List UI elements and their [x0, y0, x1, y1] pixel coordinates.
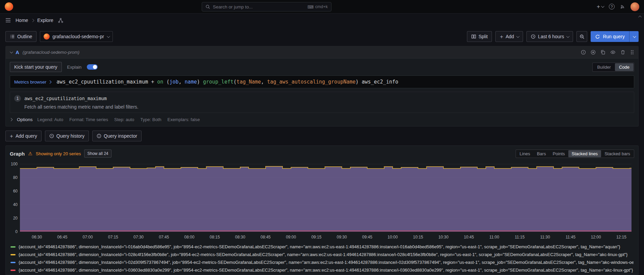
split-view-icon	[471, 34, 476, 39]
svg-text:09:15: 09:15	[311, 235, 321, 239]
explore-content: A (grafanacloud-sedemo-prom)	[0, 46, 644, 275]
query-inspector-button[interactable]: Query inspector	[92, 131, 142, 141]
explain-card: 1 aws_ec2_cpuutilization_maximum Fetch a…	[10, 92, 634, 113]
svg-text:11:00: 11:00	[489, 235, 499, 239]
graph-svg[interactable]: 02040608010006:3006:4507:0007:1507:3007:…	[10, 160, 634, 241]
plus-icon: +	[500, 34, 503, 40]
svg-text:11:15: 11:15	[515, 235, 525, 239]
outline-button[interactable]: Outline	[5, 31, 36, 42]
query-field[interactable]: Metrics browser aws_ec2_cpuutilization_m…	[10, 75, 634, 88]
run-query-options-button[interactable]	[629, 31, 639, 42]
svg-text:09:30: 09:30	[337, 235, 347, 239]
disable-query-icon[interactable]	[591, 50, 596, 55]
history-icon	[49, 134, 54, 138]
editor-mode-code[interactable]: Code	[615, 63, 634, 71]
series-label: {account_id="494614287886", dimension_In…	[19, 252, 627, 257]
hide-response-icon[interactable]	[610, 50, 616, 55]
kick-start-button[interactable]: Kick start your query	[10, 62, 62, 72]
svg-text:80: 80	[13, 175, 18, 180]
query-expression[interactable]: aws_ec2_cpuutilization_maximum + on (job…	[56, 79, 630, 85]
share-shortcut-button[interactable]	[58, 18, 63, 23]
user-avatar[interactable]	[630, 2, 639, 11]
split-button[interactable]: Split	[467, 31, 492, 42]
series-label: {account_id="494614287886", dimension_In…	[19, 268, 633, 273]
expr-token: tag_aws_autoscaling_groupName	[267, 79, 355, 85]
graph-panel: Graph ⚠ Showing only 20 series Show all …	[5, 145, 639, 275]
graph-canvas[interactable]: 02040608010006:3006:4507:0007:1507:3007:…	[10, 160, 634, 242]
explain-step-number: 1	[14, 95, 21, 102]
option-summary-item: Step: auto	[114, 117, 134, 122]
kick-start-label: Kick start your query	[14, 64, 57, 70]
info-icon[interactable]	[581, 50, 586, 55]
expr-token: )	[355, 79, 362, 85]
svg-text:08:30: 08:30	[235, 235, 245, 239]
query-editor-panel: A (grafanacloud-sedemo-prom)	[5, 46, 639, 127]
time-range-picker[interactable]: Last 6 hours	[526, 31, 573, 42]
mode-stacked-lines[interactable]: Stacked lines	[568, 150, 601, 157]
remove-query-icon[interactable]	[620, 50, 625, 55]
show-all-series-button[interactable]: Show all 24	[84, 150, 111, 158]
new-menu-button[interactable]: +	[597, 4, 603, 9]
run-query-label: Run query	[603, 34, 625, 39]
search-input[interactable]: Search or jump to... ⌨ cmd+k	[202, 2, 331, 12]
time-range-label: Last 6 hours	[538, 34, 564, 39]
collapse-query-icon[interactable]	[10, 50, 13, 53]
legend-item[interactable]: {account_id="494614287886", dimension_In…	[10, 251, 634, 258]
mode-stacked-bars[interactable]: Stacked bars	[601, 150, 634, 157]
grafana-logo-icon[interactable]	[5, 2, 13, 11]
mode-bars[interactable]: Bars	[534, 150, 549, 157]
option-summary-item: Exemplars: false	[167, 117, 200, 122]
series-color-marker	[10, 246, 16, 248]
breadcrumb-explore[interactable]: Explore	[37, 18, 53, 23]
news-button[interactable]	[620, 4, 625, 9]
add-button[interactable]: + Add	[495, 31, 523, 42]
legend-item[interactable]: {account_id="494614287886", dimension_In…	[10, 258, 634, 266]
run-query-button[interactable]: Run query	[591, 31, 629, 42]
option-summary-item: Legend: Auto	[38, 117, 64, 122]
editor-mode-builder[interactable]: Builder	[593, 63, 615, 71]
add-query-button[interactable]: + Add query	[5, 131, 42, 141]
query-header-actions	[581, 50, 634, 55]
editor-mode-group: Builder Code	[592, 63, 634, 72]
expr-token: aws_ec2_cpuutilization_maximum	[56, 79, 151, 85]
expr-token: )	[197, 79, 203, 85]
help-button[interactable]: ?	[609, 4, 615, 9]
mode-points[interactable]: Points	[549, 150, 568, 157]
hamburger-icon	[5, 18, 11, 23]
query-options-row[interactable]: Options Legend: AutoFormat: Time seriesS…	[10, 116, 634, 122]
chevron-down-icon	[633, 35, 636, 38]
clock-icon	[531, 34, 536, 39]
menu-toggle-button[interactable]	[5, 18, 11, 23]
expr-token: +	[151, 79, 157, 85]
graph-title: Graph	[10, 151, 25, 157]
query-row-header[interactable]: A (grafanacloud-sedemo-prom)	[6, 46, 638, 59]
series-label: {account_id="494614287886", dimension_In…	[19, 260, 634, 265]
explain-toggle[interactable]	[87, 64, 98, 70]
svg-text:08:15: 08:15	[210, 235, 220, 239]
legend-item[interactable]: {account_id="494614287886", dimension_In…	[10, 266, 634, 274]
metrics-browser-label: Metrics browser	[14, 79, 46, 85]
legend-item[interactable]: {account_id="494614287886", dimension_In…	[10, 243, 634, 251]
zoom-out-button[interactable]	[576, 31, 587, 42]
run-query-split-button: Run query	[591, 31, 639, 42]
svg-text:10:30: 10:30	[438, 235, 448, 239]
topnav-actions: + ?	[597, 2, 639, 11]
query-history-button[interactable]: Query history	[45, 131, 89, 141]
rss-icon	[620, 4, 625, 9]
svg-text:20: 20	[13, 216, 18, 221]
svg-text:10:45: 10:45	[464, 235, 474, 239]
keyboard-icon: ⌨	[307, 4, 314, 9]
duplicate-query-icon[interactable]	[600, 50, 605, 55]
datasource-picker[interactable]: grafanacloud-sedemo-pr	[40, 31, 113, 42]
search-shortcut: ⌨ cmd+k	[307, 4, 328, 9]
mode-lines[interactable]: Lines	[516, 150, 534, 157]
search-icon	[205, 4, 210, 9]
query-ref-id[interactable]: A	[16, 49, 19, 55]
drag-handle-icon[interactable]	[630, 50, 634, 55]
metrics-browser-button[interactable]: Metrics browser	[14, 79, 51, 85]
svg-text:10:00: 10:00	[388, 235, 398, 239]
chevron-right-icon	[48, 80, 52, 84]
chevron-down-icon	[107, 35, 110, 38]
datasource-icon	[44, 33, 50, 40]
breadcrumb-home[interactable]: Home	[16, 18, 28, 23]
